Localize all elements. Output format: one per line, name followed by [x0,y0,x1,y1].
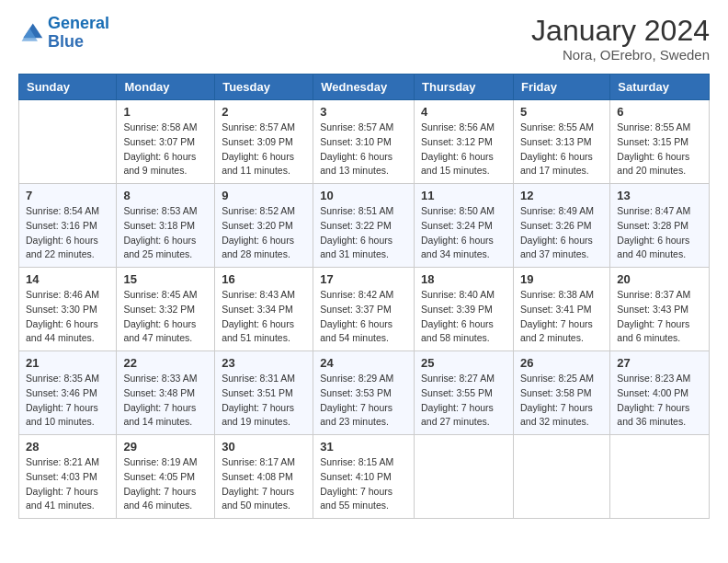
calendar-cell: 23Sunrise: 8:31 AMSunset: 3:51 PMDayligh… [215,351,313,435]
day-number: 11 [421,189,506,202]
day-number: 6 [617,105,702,119]
calendar-cell: 2Sunrise: 8:57 AMSunset: 3:09 PMDaylight… [215,100,313,184]
day-number: 28 [26,440,109,454]
day-number: 4 [421,105,506,119]
day-number: 3 [320,105,407,119]
day-number: 25 [421,356,506,370]
day-number: 1 [123,105,208,119]
day-info: Sunrise: 8:25 AMSunset: 3:58 PMDaylight:… [520,372,603,430]
calendar-cell: 26Sunrise: 8:25 AMSunset: 3:58 PMDayligh… [513,351,609,435]
calendar-week-row: 14Sunrise: 8:46 AMSunset: 3:30 PMDayligh… [19,268,710,351]
day-info: Sunrise: 8:31 AMSunset: 3:51 PMDaylight:… [222,372,306,430]
day-info: Sunrise: 8:45 AMSunset: 3:32 PMDaylight:… [123,288,208,346]
day-info: Sunrise: 8:51 AMSunset: 3:22 PMDaylight:… [320,204,407,262]
logo: General Blue [18,15,109,52]
day-info: Sunrise: 8:57 AMSunset: 3:10 PMDaylight:… [320,121,407,178]
day-info: Sunrise: 8:43 AMSunset: 3:34 PMDaylight:… [222,288,306,346]
day-number: 9 [222,189,306,202]
day-info: Sunrise: 8:21 AMSunset: 4:03 PMDaylight:… [26,455,109,513]
calendar-cell: 12Sunrise: 8:49 AMSunset: 3:26 PMDayligh… [513,184,609,268]
calendar-cell: 7Sunrise: 8:54 AMSunset: 3:16 PMDaylight… [19,184,117,268]
day-number: 29 [123,440,208,454]
calendar-cell: 25Sunrise: 8:27 AMSunset: 3:55 PMDayligh… [415,351,514,435]
day-info: Sunrise: 8:17 AMSunset: 4:08 PMDaylight:… [222,455,306,513]
day-number: 21 [26,356,109,370]
calendar-cell: 30Sunrise: 8:17 AMSunset: 4:08 PMDayligh… [215,435,313,519]
calendar-cell: 20Sunrise: 8:37 AMSunset: 3:43 PMDayligh… [610,268,710,351]
day-info: Sunrise: 8:46 AMSunset: 3:30 PMDaylight:… [26,288,109,346]
day-info: Sunrise: 8:55 AMSunset: 3:15 PMDaylight:… [617,121,702,178]
weekday-header: Wednesday [313,75,415,100]
weekday-header: Tuesday [215,75,313,100]
day-info: Sunrise: 8:57 AMSunset: 3:09 PMDaylight:… [222,121,306,178]
day-number: 23 [222,356,306,370]
page: General Blue January 2024 Nora, OErebro,… [0,0,728,563]
day-number: 31 [320,440,407,454]
day-number: 19 [520,272,603,286]
day-info: Sunrise: 8:50 AMSunset: 3:24 PMDaylight:… [421,204,506,262]
day-number: 22 [123,356,208,370]
day-number: 18 [421,272,506,286]
logo-line2: Blue [48,32,84,51]
logo-icon [18,20,44,46]
day-number: 24 [320,356,407,370]
day-info: Sunrise: 8:23 AMSunset: 4:00 PMDaylight:… [617,372,702,430]
weekday-header: Saturday [610,75,710,100]
calendar-cell: 27Sunrise: 8:23 AMSunset: 4:00 PMDayligh… [610,351,710,435]
calendar-cell: 10Sunrise: 8:51 AMSunset: 3:22 PMDayligh… [313,184,415,268]
day-number: 17 [320,272,407,286]
day-number: 7 [26,189,109,202]
day-info: Sunrise: 8:52 AMSunset: 3:20 PMDaylight:… [222,204,306,262]
day-info: Sunrise: 8:47 AMSunset: 3:28 PMDaylight:… [617,204,702,262]
calendar-cell: 29Sunrise: 8:19 AMSunset: 4:05 PMDayligh… [117,435,215,519]
calendar-cell: 24Sunrise: 8:29 AMSunset: 3:53 PMDayligh… [313,351,415,435]
subtitle: Nora, OErebro, Sweden [531,47,710,63]
day-number: 8 [123,189,208,202]
calendar-cell: 5Sunrise: 8:55 AMSunset: 3:13 PMDaylight… [513,100,609,184]
day-number: 20 [617,272,702,286]
day-info: Sunrise: 8:58 AMSunset: 3:07 PMDaylight:… [123,121,208,178]
day-number: 26 [520,356,603,370]
header-row: SundayMondayTuesdayWednesdayThursdayFrid… [19,75,710,100]
calendar-cell: 19Sunrise: 8:38 AMSunset: 3:41 PMDayligh… [513,268,609,351]
calendar-cell: 1Sunrise: 8:58 AMSunset: 3:07 PMDaylight… [117,100,215,184]
calendar-cell: 21Sunrise: 8:35 AMSunset: 3:46 PMDayligh… [19,351,117,435]
calendar-cell: 18Sunrise: 8:40 AMSunset: 3:39 PMDayligh… [415,268,514,351]
day-info: Sunrise: 8:35 AMSunset: 3:46 PMDaylight:… [26,372,109,430]
day-number: 5 [520,105,603,119]
calendar-week-row: 21Sunrise: 8:35 AMSunset: 3:46 PMDayligh… [19,351,710,435]
calendar-cell: 14Sunrise: 8:46 AMSunset: 3:30 PMDayligh… [19,268,117,351]
day-info: Sunrise: 8:42 AMSunset: 3:37 PMDaylight:… [320,288,407,346]
calendar-cell: 15Sunrise: 8:45 AMSunset: 3:32 PMDayligh… [117,268,215,351]
logo-line1: General [48,14,109,32]
calendar-cell: 9Sunrise: 8:52 AMSunset: 3:20 PMDaylight… [215,184,313,268]
day-number: 2 [222,105,306,119]
calendar-cell: 8Sunrise: 8:53 AMSunset: 3:18 PMDaylight… [117,184,215,268]
day-info: Sunrise: 8:54 AMSunset: 3:16 PMDaylight:… [26,204,109,262]
header: General Blue January 2024 Nora, OErebro,… [18,15,710,63]
logo-text: General Blue [48,15,109,52]
day-number: 10 [320,189,407,202]
day-number: 16 [222,272,306,286]
calendar-cell: 11Sunrise: 8:50 AMSunset: 3:24 PMDayligh… [415,184,514,268]
day-info: Sunrise: 8:37 AMSunset: 3:43 PMDaylight:… [617,288,702,346]
day-info: Sunrise: 8:56 AMSunset: 3:12 PMDaylight:… [421,121,506,178]
day-number: 13 [617,189,702,202]
calendar-week-row: 1Sunrise: 8:58 AMSunset: 3:07 PMDaylight… [19,100,710,184]
weekday-header: Thursday [415,75,514,100]
weekday-header: Sunday [19,75,117,100]
calendar-cell: 28Sunrise: 8:21 AMSunset: 4:03 PMDayligh… [19,435,117,519]
calendar-week-row: 7Sunrise: 8:54 AMSunset: 3:16 PMDaylight… [19,184,710,268]
calendar-table: SundayMondayTuesdayWednesdayThursdayFrid… [18,74,710,519]
day-info: Sunrise: 8:15 AMSunset: 4:10 PMDaylight:… [320,455,407,513]
day-info: Sunrise: 8:33 AMSunset: 3:48 PMDaylight:… [123,372,208,430]
calendar-cell: 3Sunrise: 8:57 AMSunset: 3:10 PMDaylight… [313,100,415,184]
title-block: January 2024 Nora, OErebro, Sweden [531,15,710,63]
calendar-cell [415,435,514,519]
day-number: 12 [520,189,603,202]
calendar-cell [19,100,117,184]
weekday-header: Friday [513,75,609,100]
calendar-cell: 4Sunrise: 8:56 AMSunset: 3:12 PMDaylight… [415,100,514,184]
day-info: Sunrise: 8:38 AMSunset: 3:41 PMDaylight:… [520,288,603,346]
calendar-cell: 22Sunrise: 8:33 AMSunset: 3:48 PMDayligh… [117,351,215,435]
